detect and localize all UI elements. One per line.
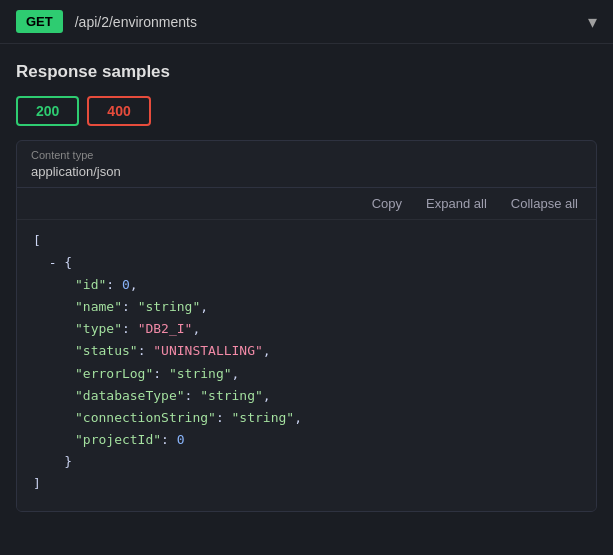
json-line-open-object: - { <box>33 252 580 274</box>
json-line-projectid: "projectId": 0 <box>33 429 580 451</box>
tab-400[interactable]: 400 <box>87 96 150 126</box>
json-line-name: "name": "string", <box>33 296 580 318</box>
json-body: [ - { "id": 0, "name": "string", "type":… <box>17 220 596 511</box>
json-line-close-object: } <box>33 451 580 473</box>
copy-button[interactable]: Copy <box>368 194 406 213</box>
section-title: Response samples <box>16 62 597 82</box>
method-badge: GET <box>16 10 63 33</box>
tabs-row: 200 400 <box>16 96 597 126</box>
json-line-status: "status": "UNINSTALLING", <box>33 340 580 362</box>
endpoint-path: /api/2/environments <box>75 14 576 30</box>
json-line-databasetype: "databaseType": "string", <box>33 385 580 407</box>
top-bar: GET /api/2/environments ▾ <box>0 0 613 44</box>
content-type-header: Content type application/json <box>17 141 596 188</box>
json-line-close-bracket: ] <box>33 473 580 495</box>
chevron-down-icon[interactable]: ▾ <box>588 11 597 33</box>
json-line-connectionstring: "connectionString": "string", <box>33 407 580 429</box>
tab-200[interactable]: 200 <box>16 96 79 126</box>
expand-all-button[interactable]: Expand all <box>422 194 491 213</box>
json-line-type: "type": "DB2_I", <box>33 318 580 340</box>
json-line-errorlog: "errorLog": "string", <box>33 363 580 385</box>
content-type-label: Content type <box>31 149 582 161</box>
response-section: Response samples 200 400 Content type ap… <box>0 44 613 512</box>
collapse-all-button[interactable]: Collapse all <box>507 194 582 213</box>
content-type-value: application/json <box>31 164 582 179</box>
json-line-id: "id": 0, <box>33 274 580 296</box>
content-box: Content type application/json Copy Expan… <box>16 140 597 512</box>
json-toolbar: Copy Expand all Collapse all <box>17 188 596 220</box>
json-line-open-bracket: [ <box>33 230 580 252</box>
